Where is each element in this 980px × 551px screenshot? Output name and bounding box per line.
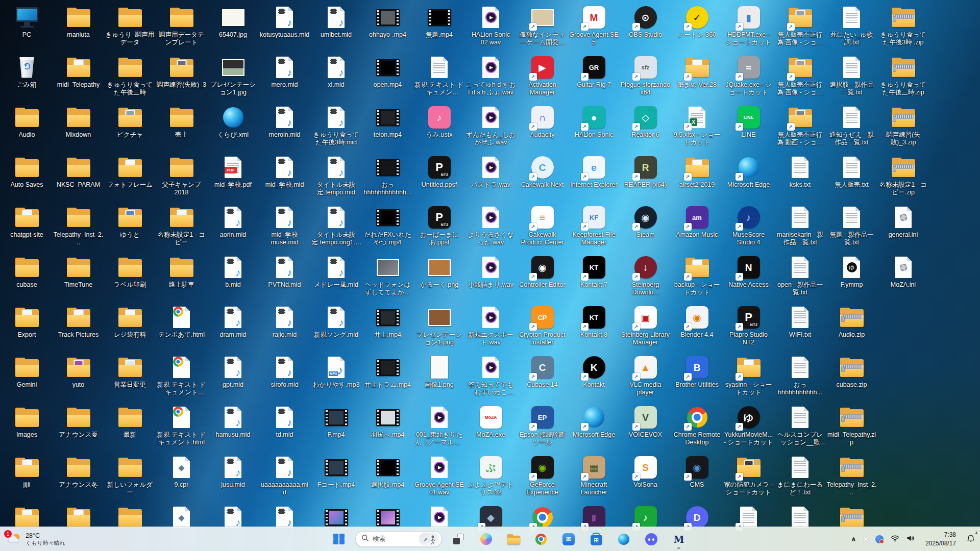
desktop-icon[interactable]: V↗VOICEVOX: [620, 403, 671, 453]
desktop-icon[interactable]: ♪うみ.ustx: [413, 103, 465, 153]
desktop-icon[interactable]: ▶よりうるさくなった.wav: [465, 203, 517, 253]
clock[interactable]: 7:382025/08/17: [919, 530, 963, 549]
desktop-icon[interactable]: ピクチャ: [104, 103, 156, 153]
x-app-tray-button[interactable]: ×: [861, 530, 871, 549]
desktop-icon[interactable]: C↗Cakewalk Next: [517, 153, 568, 203]
desktop-icon[interactable]: プレゼンテーション1.jpg: [207, 53, 259, 103]
desktop-icon[interactable]: ♪dram.mid: [207, 303, 259, 353]
desktop-icon[interactable]: ♪umibet.mid: [310, 3, 362, 53]
desktop-icon[interactable]: ≡↗Cakewalk Product Center: [517, 203, 568, 253]
microsoft-store-button[interactable]: ⊞: [585, 529, 607, 549]
desktop-icon[interactable]: ♪b.mid: [207, 253, 259, 303]
desktop-icon[interactable]: 無人販売.txt: [826, 153, 877, 203]
desktop-icon[interactable]: Images: [1, 403, 53, 453]
desktop-icon[interactable]: midi_Telepathy: [53, 53, 104, 103]
desktop-icon[interactable]: ◉↗Steam: [620, 203, 671, 253]
desktop-icon[interactable]: ♪hamusu.mid: [207, 403, 259, 453]
desktop-icon[interactable]: ◇↗Reaktor 6: [620, 103, 671, 153]
desktop-icon[interactable]: ヘッドフォンはずしててよかっt.mp4: [362, 253, 413, 303]
desktop-icon[interactable]: アナウンス夏: [53, 403, 104, 453]
desktop-icon[interactable]: yuto: [53, 353, 104, 403]
desktop-icon[interactable]: ♪td.mid: [259, 403, 310, 453]
desktop-icon[interactable]: Track Pictures: [53, 303, 104, 353]
desktop-icon[interactable]: 調声用データテンプレート: [156, 3, 207, 53]
m-app-button[interactable]: M: [668, 529, 690, 549]
desktop-icon[interactable]: Export: [1, 303, 53, 353]
desktop-icon[interactable]: 65407.jpg: [207, 3, 259, 53]
desktop-icon[interactable]: ♪mid_学校.mid: [259, 153, 310, 203]
desktop-icon[interactable]: ↗家の防犯カメラ - ショートカット: [723, 453, 774, 503]
desktop-icon[interactable]: テンポあて.html: [156, 303, 207, 353]
desktop-icon[interactable]: 選択肢 - 親作品一覧.txt: [826, 53, 877, 103]
tray-app-button[interactable]: [872, 530, 887, 549]
desktop-icon[interactable]: 路上駐車: [156, 253, 207, 303]
desktop-icon[interactable]: ↗無人販売不正行為 画像 - ショートカット: [774, 53, 826, 103]
desktop-icon[interactable]: ♪mid_学校muse.mid: [259, 203, 310, 253]
weather-widget[interactable]: 1 28°C くもり時々晴れ: [2, 529, 70, 549]
desktop-icon[interactable]: maniuta: [53, 3, 104, 53]
desktop-icon[interactable]: ヘルスコンプレッション__歌詞.txt: [774, 403, 826, 453]
desktop-icon[interactable]: ♪rajio.mid: [259, 303, 310, 353]
desktop-icon[interactable]: GR↗Guitar Rig 7: [568, 53, 620, 103]
desktop-icon[interactable]: ◉↗GeForce Experience: [517, 453, 568, 503]
desktop-icon[interactable]: midi_Telepathy.zip: [826, 403, 877, 453]
desktop-icon[interactable]: ♪タイトル未設定.tempo.mid: [310, 153, 362, 203]
desktop-icon[interactable]: K↗Kontakt: [568, 353, 620, 403]
desktop-icon[interactable]: sfz↗Plogue sforzando x64: [620, 53, 671, 103]
desktop-icon[interactable]: ↗無人販売不正行為 画像 - ショートカッ...: [774, 3, 826, 53]
desktop-icon[interactable]: ◆9.cpr: [156, 453, 207, 503]
desktop-icon[interactable]: だれだFXいれたやつ.mp4: [362, 203, 413, 253]
desktop-icon[interactable]: ♪xl.mid: [310, 53, 362, 103]
edge-taskbar-button[interactable]: [612, 529, 635, 549]
desktop-icon[interactable]: ラベル印刷: [104, 253, 156, 303]
desktop-icon[interactable]: ▶答え知っててもむずいわこれ.wav: [465, 353, 517, 403]
desktop-icon[interactable]: きゅうり食ってた午後三時: [104, 53, 156, 103]
desktop-icon[interactable]: ♪MP3わかりやす.mp3: [310, 353, 362, 403]
desktop-icon[interactable]: おっhhhhhhhhhhhh...: [362, 153, 413, 203]
desktop-icon[interactable]: ゆうと: [104, 203, 156, 253]
desktop-icon[interactable]: ▣↗Steinberg Library Manager: [620, 303, 671, 353]
desktop-icon[interactable]: M↗Groove Agent SE 5: [568, 3, 620, 53]
desktop-icon[interactable]: ✓↗ノートン 360: [671, 3, 723, 53]
desktop-icon[interactable]: cubase: [1, 253, 53, 303]
desktop-icon[interactable]: R↗REAPER (x64): [620, 153, 671, 203]
desktop-icon[interactable]: おっhhhhhhhhhhh...: [774, 353, 826, 403]
desktop-icon[interactable]: KT↗Kontakt 8: [568, 303, 620, 353]
desktop-icon[interactable]: ♪PVTNd.mid: [259, 253, 310, 303]
desktop-icon[interactable]: ごみ箱: [1, 53, 53, 103]
desktop-icon[interactable]: ▦↗Minecraft Launcher: [568, 453, 620, 503]
desktop-icon[interactable]: 最新: [104, 403, 156, 453]
desktop-icon[interactable]: ▶ずんだもん_しおかぜふ.wav: [465, 103, 517, 153]
desktop-icon[interactable]: PDFmid_学校.pdf: [207, 153, 259, 203]
desktop-icon[interactable]: e↗Internet Explorer: [568, 153, 620, 203]
desktop-icon[interactable]: プレゼンテーション1.png: [413, 303, 465, 353]
desktop-icon[interactable]: 名称未設定1 - コピー.zip: [877, 153, 929, 203]
desktop-icon[interactable]: ♪meroin.mid: [259, 103, 310, 153]
desktop-icon[interactable]: PC: [1, 3, 53, 53]
desktop-icon[interactable]: ▶↗Activation Manager: [517, 53, 568, 103]
desktop-icon[interactable]: レジ袋有料: [104, 303, 156, 353]
desktop-icon[interactable]: 調声練習(失敗)_3: [156, 53, 207, 103]
desktop-icon[interactable]: ▶こってゅh d すお f d s b ふぉ.wav: [465, 53, 517, 103]
desktop-icon[interactable]: ↗無人販売不正行為 動画 - ショートカット: [774, 103, 826, 153]
desktop-icon[interactable]: くらび.xml: [207, 103, 259, 153]
desktop-icon[interactable]: general.ini: [877, 203, 929, 253]
desktop-icon[interactable]: ohhayo-.mp4: [362, 3, 413, 53]
desktop-icon[interactable]: ♪タイトル未設定.tempo.orig1.mid: [310, 203, 362, 253]
desktop-icon[interactable]: manisekarin - 親作品一覧.txt: [774, 203, 826, 253]
desktop-icon[interactable]: ♪sirofo.mid: [259, 353, 310, 403]
desktop-icon[interactable]: 羽尻へ.mp4: [362, 403, 413, 453]
desktop-icon[interactable]: ♪mero.mid: [259, 53, 310, 103]
desktop-icon[interactable]: かるーく.png: [413, 253, 465, 303]
desktop-icon[interactable]: TimeTune: [53, 253, 104, 303]
desktop-icon[interactable]: ksks.txt: [774, 153, 826, 203]
discord-button[interactable]: [640, 529, 663, 549]
chrome-taskbar-button[interactable]: [530, 529, 552, 549]
desktop-icon[interactable]: 新規 テキスト ドキュメント.html: [156, 403, 207, 453]
desktop-icon[interactable]: Auto Saves: [1, 153, 53, 203]
desktop-icon[interactable]: am↗Amazon Music: [671, 203, 723, 253]
desktop-icon[interactable]: PNT2Untitled.ppsf: [413, 153, 465, 203]
desktop-icon[interactable]: open - 親作品一覧.txt: [774, 253, 826, 303]
desktop-icon[interactable]: ▮↗HDDFMT.exe - ショートカット: [723, 3, 774, 53]
desktop-icon[interactable]: ♪uaaaaaaaaaa.mid: [259, 453, 310, 503]
